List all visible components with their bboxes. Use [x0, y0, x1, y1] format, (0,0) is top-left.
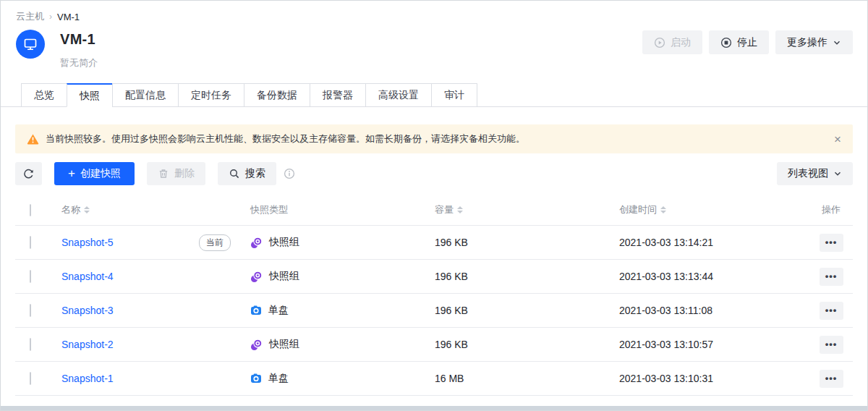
stop-circle-icon [720, 37, 732, 48]
tab-advanced-settings[interactable]: 高级设置 [365, 83, 432, 107]
snapshot-created: 2021-03-03 13:13:44 [619, 271, 809, 282]
search-button[interactable]: 搜索 [218, 162, 276, 185]
refresh-icon [22, 168, 35, 180]
warning-triangle-icon [27, 133, 39, 145]
snapshot-size: 196 KB [435, 339, 619, 350]
breadcrumb-separator: › [49, 12, 52, 22]
play-circle-icon [654, 37, 665, 48]
row-actions-button[interactable]: ••• [820, 234, 843, 252]
row-checkbox[interactable] [30, 270, 31, 283]
chevron-down-icon [833, 38, 841, 47]
snapshot-size: 196 KB [435, 237, 619, 248]
select-all-checkbox[interactable] [30, 204, 31, 216]
table-row: Snapshot-2快照组196 KB2021-03-03 13:10:57••… [15, 328, 853, 362]
current-badge: 当前 [199, 234, 231, 251]
row-actions-button[interactable]: ••• [820, 268, 843, 286]
page-subtitle: 暂无简介 [60, 56, 98, 69]
snapshot-type-label: 快照组 [269, 338, 299, 351]
snapshot-created: 2021-03-03 13:11:08 [619, 305, 809, 316]
single-disk-camera-icon [250, 373, 262, 384]
snapshot-type-label: 单盘 [268, 372, 289, 385]
snapshot-name-link[interactable]: Snapshot-2 [61, 339, 114, 350]
stop-button[interactable]: 停止 [709, 30, 769, 54]
snapshot-created: 2021-03-03 13:10:57 [619, 339, 809, 350]
tab-bar: 总览快照配置信息定时任务备份数据报警器高级设置审计 [1, 83, 867, 107]
snapshot-group-icon [250, 271, 263, 283]
breadcrumb: 云主机 › VM-1 [1, 1, 867, 23]
vm-detail-page: 云主机 › VM-1 VM-1 暂无简介 [0, 0, 868, 411]
column-header-size[interactable]: 容量 [435, 203, 619, 216]
content: 当前快照较多。使用过多快照会影响云主机性能、数据安全以及主存储容量。如需长期备份… [1, 124, 867, 396]
snapshot-name-link[interactable]: Snapshot-4 [61, 271, 114, 282]
row-actions-button[interactable]: ••• [820, 370, 843, 388]
column-header-actions: 操作 [809, 203, 853, 216]
tab-alarms[interactable]: 报警器 [310, 83, 366, 107]
row-actions-button[interactable]: ••• [820, 336, 843, 354]
vm-avatar [16, 30, 45, 59]
single-disk-camera-icon [250, 305, 262, 316]
snapshot-name-link[interactable]: Snapshot-3 [61, 305, 114, 316]
header-actions: 启动 停止 更多操作 [642, 30, 853, 54]
column-header-type: 快照类型 [250, 203, 435, 216]
list-view-dropdown[interactable]: 列表视图 [777, 162, 853, 185]
row-checkbox[interactable] [30, 236, 31, 249]
table-row: Snapshot-3单盘196 KB2021-03-03 13:11:08••• [15, 294, 853, 328]
row-checkbox[interactable] [30, 372, 31, 385]
sort-icon[interactable] [84, 206, 90, 213]
plus-icon: + [68, 166, 75, 181]
monitor-icon [23, 37, 38, 51]
breadcrumb-current: VM-1 [57, 12, 80, 22]
chevron-down-icon [833, 169, 842, 178]
tab-audit[interactable]: 审计 [431, 83, 477, 107]
snapshot-type-label: 快照组 [269, 270, 299, 283]
trash-icon [158, 168, 169, 179]
snapshot-size: 196 KB [435, 271, 619, 282]
page-header: VM-1 暂无简介 启动 停止 [1, 23, 867, 69]
start-button[interactable]: 启动 [642, 30, 702, 54]
warning-banner: 当前快照较多。使用过多快照会影响云主机性能、数据安全以及主存储容量。如需长期备份… [15, 124, 853, 153]
info-circle-icon[interactable] [284, 168, 295, 179]
tab-snapshot[interactable]: 快照 [67, 83, 113, 107]
refresh-button[interactable] [15, 162, 42, 185]
table-header-row: 名称快照类型容量创建时间操作 [15, 195, 853, 226]
snapshot-created: 2021-03-03 13:14:21 [619, 237, 809, 248]
snapshot-group-icon [250, 237, 263, 249]
warning-banner-text: 当前快照较多。使用过多快照会影响云主机性能、数据安全以及主存储容量。如需长期备份… [46, 132, 525, 145]
column-header-name[interactable]: 名称 [61, 203, 250, 216]
table-row: Snapshot-1单盘16 MB2021-03-03 13:10:31••• [15, 362, 853, 396]
tab-scheduled-tasks[interactable]: 定时任务 [178, 83, 244, 107]
more-actions-button[interactable]: 更多操作 [775, 30, 853, 54]
snapshot-type-label: 单盘 [268, 304, 289, 317]
breadcrumb-link-cloud-hosts[interactable]: 云主机 [16, 10, 44, 23]
snapshot-size: 16 MB [435, 373, 619, 384]
row-checkbox[interactable] [30, 304, 31, 317]
sort-icon[interactable] [660, 206, 666, 213]
snapshot-size: 196 KB [435, 305, 619, 316]
delete-button[interactable]: 删除 [147, 162, 205, 185]
bottom-scrollbar-track[interactable] [1, 406, 867, 410]
page-title: VM-1 [60, 31, 98, 48]
column-header-created[interactable]: 创建时间 [619, 203, 809, 216]
snapshot-group-icon [250, 339, 263, 351]
row-actions-button[interactable]: ••• [820, 302, 843, 320]
table-body: Snapshot-5当前快照组196 KB2021-03-03 13:14:21… [15, 226, 853, 396]
tab-backup-data[interactable]: 备份数据 [244, 83, 310, 107]
tab-overview[interactable]: 总览 [21, 83, 67, 107]
table-row: Snapshot-4快照组196 KB2021-03-03 13:13:44••… [15, 260, 853, 294]
row-checkbox[interactable] [30, 338, 31, 351]
search-icon [229, 168, 240, 179]
table-row: Snapshot-5当前快照组196 KB2021-03-03 13:14:21… [15, 226, 853, 260]
banner-close-icon[interactable]: × [834, 133, 841, 145]
snapshot-table: 名称快照类型容量创建时间操作 Snapshot-5当前快照组196 KB2021… [15, 195, 853, 396]
snapshot-name-link[interactable]: Snapshot-5 [61, 237, 114, 248]
snapshot-type-label: 快照组 [269, 236, 299, 249]
snapshot-name-link[interactable]: Snapshot-1 [61, 373, 114, 384]
snapshot-created: 2021-03-03 13:10:31 [619, 373, 809, 384]
tab-config[interactable]: 配置信息 [112, 83, 179, 107]
create-snapshot-button[interactable]: + 创建快照 [54, 162, 135, 185]
sort-icon[interactable] [457, 206, 463, 213]
toolbar: + 创建快照 删除 搜索 [15, 162, 853, 185]
